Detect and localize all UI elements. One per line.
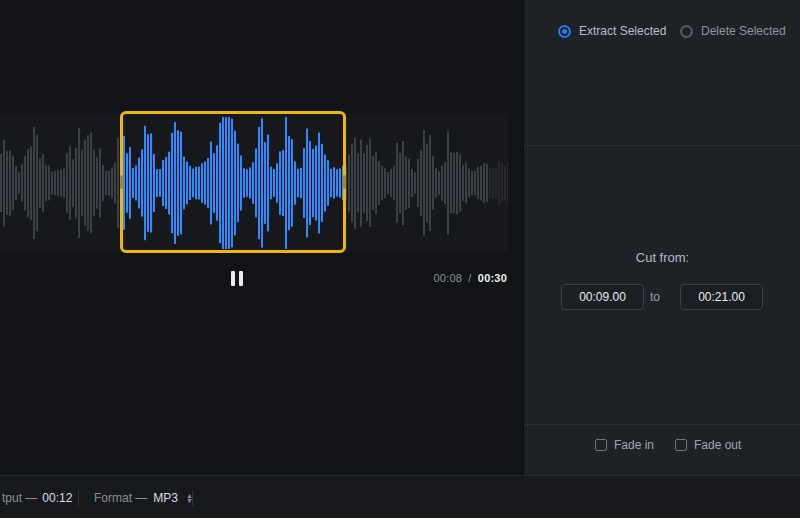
radio-extract-label: Extract Selected	[579, 24, 666, 38]
radio-delete-selected[interactable]: Delete Selected	[680, 24, 786, 38]
fade-out-label: Fade out	[694, 438, 741, 452]
radio-off-icon	[680, 25, 693, 38]
waveform-panel: 00:08 / 00:30	[0, 0, 523, 475]
mode-radio-group: Extract Selected Delete Selected	[524, 24, 800, 42]
time-display: 00:08 / 00:30	[0, 272, 507, 284]
selection-left-handle[interactable]	[120, 175, 123, 189]
radio-delete-label: Delete Selected	[701, 24, 786, 38]
settings-panel: Extract Selected Delete Selected Cut fro…	[523, 0, 800, 475]
panel-divider-bottom	[524, 424, 800, 425]
to-label: to	[650, 290, 660, 304]
fade-options-row: Fade in Fade out	[524, 438, 800, 456]
output-value: 00:12	[42, 491, 72, 505]
waveform-track[interactable]	[0, 113, 508, 253]
audio-cutter-window: 00:08 / 00:30 Extract Selected Delete Se…	[0, 0, 800, 518]
fade-in-checkbox[interactable]	[595, 439, 607, 451]
fade-out-option[interactable]: Fade out	[675, 438, 741, 452]
footer-divider	[78, 490, 79, 506]
time-separator: /	[468, 272, 471, 284]
footer-divider	[192, 490, 193, 506]
selection-right-handle[interactable]	[343, 175, 346, 189]
footer-bar: tput — 00:12 Format — MP3 ▲▼ Export	[0, 475, 800, 518]
format-select[interactable]: Format — MP3 ▲▼	[94, 476, 193, 518]
cut-start-input[interactable]	[561, 284, 644, 310]
fade-in-option[interactable]: Fade in	[595, 438, 654, 452]
panel-divider-top	[524, 145, 800, 146]
cut-from-label: Cut from:	[524, 250, 800, 265]
cut-end-input[interactable]	[680, 284, 763, 310]
selection-region[interactable]	[120, 111, 346, 253]
radio-extract-selected[interactable]: Extract Selected	[558, 24, 666, 38]
fade-in-label: Fade in	[614, 438, 654, 452]
current-time: 00:08	[434, 272, 463, 284]
output-duration: tput — 00:12	[2, 476, 72, 518]
format-label: Format —	[94, 491, 147, 505]
fade-out-checkbox[interactable]	[675, 439, 687, 451]
output-label: tput —	[2, 491, 37, 505]
total-time: 00:30	[478, 272, 507, 284]
cut-range-row: to	[524, 284, 800, 311]
format-value: MP3	[153, 491, 178, 505]
radio-on-icon	[558, 25, 571, 38]
